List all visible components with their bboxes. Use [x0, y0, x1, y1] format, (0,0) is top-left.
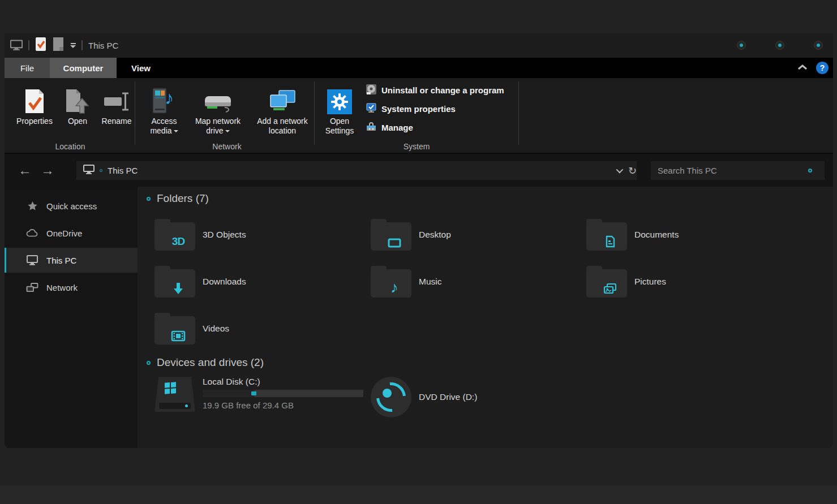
folder-icon — [586, 222, 627, 251]
address-dropdown-icon[interactable] — [616, 166, 623, 174]
access-media-button[interactable]: ♪ Access media — [141, 83, 187, 137]
properties-button[interactable]: Properties — [9, 83, 60, 127]
system-properties-button[interactable]: System properties — [362, 101, 508, 117]
breadcrumb[interactable]: This PC — [108, 166, 138, 175]
dropdown-caret-icon — [174, 130, 178, 132]
navigation-pane: Quick access OneDrive This PC — [5, 187, 138, 448]
refresh-icon[interactable]: ↻ — [628, 165, 637, 177]
sidebar-item-label: OneDrive — [46, 229, 82, 238]
uninstall-disc-icon — [366, 84, 377, 97]
sidebar-item-label: Quick access — [46, 201, 97, 211]
open-settings-button[interactable]: Open Settings — [319, 83, 360, 137]
settings-gear-icon — [327, 84, 352, 114]
folder-tile-pictures[interactable]: Pictures — [586, 265, 666, 298]
drive-tile-dvd-d[interactable]: DVD Drive (D:) — [371, 376, 477, 419]
section-collapse-icon[interactable] — [147, 361, 151, 365]
sidebar-item-this-pc[interactable]: This PC — [5, 248, 138, 273]
divider — [81, 40, 83, 50]
folder-tile-3d-objects[interactable]: 3D 3D Objects — [154, 218, 246, 251]
disk-usage-fill — [203, 390, 254, 397]
devices-section-header[interactable]: Devices and drives (2) — [147, 356, 264, 369]
main-area: Quick access OneDrive This PC — [5, 187, 833, 448]
ribbon: Properties Open Rename — [5, 78, 833, 154]
music-note-glyph: ♪ — [377, 280, 411, 295]
rename-button[interactable]: Rename — [95, 83, 138, 127]
maximize-button[interactable] — [775, 41, 784, 50]
folders-section-header[interactable]: Folders (7) — [147, 192, 209, 205]
drive-free-space: 19.9 GB free of 29.4 GB — [203, 400, 363, 410]
sidebar-item-onedrive[interactable]: OneDrive — [5, 221, 138, 245]
disk-usage-marker — [251, 391, 256, 395]
windows-logo-icon — [165, 382, 176, 394]
monitor-icon — [26, 255, 38, 265]
tab-file[interactable]: File — [5, 58, 50, 78]
manage-button[interactable]: Manage — [362, 120, 508, 135]
file-list-pane: Folders (7) 3D 3D Objects Desktop Docume… — [138, 187, 833, 448]
sidebar-item-label: This PC — [46, 256, 76, 265]
folder-tile-music[interactable]: ♪ Music — [371, 265, 441, 298]
ribbon-group-network: ♪ Access media Map network drive — [139, 78, 315, 153]
qat-customize-dropdown[interactable] — [70, 43, 76, 48]
search-box[interactable] — [651, 161, 825, 180]
folder-icon: ♪ — [371, 269, 411, 298]
desktop-glyph — [377, 238, 411, 248]
folder-tile-desktop[interactable]: Desktop — [371, 218, 451, 251]
forward-button[interactable]: → — [41, 154, 54, 187]
open-file-icon — [65, 84, 90, 114]
folder-icon — [371, 222, 411, 251]
open-button[interactable]: Open — [60, 83, 95, 127]
group-divider — [518, 81, 519, 145]
network-location-icon — [268, 84, 297, 114]
add-network-location-button[interactable]: Add a network location — [249, 83, 316, 137]
breadcrumb-chevron-icon[interactable] — [100, 169, 102, 172]
dot-icon — [817, 44, 820, 47]
properties-check-icon — [24, 84, 45, 114]
uninstall-program-button[interactable]: Uninstall or change a program — [362, 83, 508, 98]
minimize-button[interactable] — [737, 41, 746, 50]
section-heading: Folders (7) — [157, 192, 209, 205]
folder-icon: 3D — [154, 222, 195, 251]
folder-tile-documents[interactable]: Documents — [586, 218, 679, 251]
download-arrow-glyph — [161, 282, 195, 295]
ribbon-group-system: Open Settings Uninstall or change a prog… — [315, 78, 518, 153]
navigation-bar: ← → This PC ↻ — [5, 154, 833, 187]
pictures-glyph — [593, 283, 627, 295]
section-collapse-icon[interactable] — [147, 197, 151, 201]
hard-drive-icon — [154, 377, 195, 412]
collapse-ribbon-chevron-icon[interactable] — [797, 63, 808, 73]
folder-tile-downloads[interactable]: Downloads — [154, 265, 246, 298]
title-bar[interactable]: This PC — [5, 33, 833, 58]
desktop-background: This PC File Computer View ? — [0, 0, 837, 504]
search-input[interactable] — [651, 166, 808, 175]
address-bar[interactable]: This PC — [76, 161, 637, 180]
network-drive-icon — [203, 84, 233, 114]
qat-properties-button[interactable] — [35, 37, 46, 54]
sidebar-item-quick-access[interactable]: Quick access — [5, 193, 138, 218]
drive-tile-local-disk-c[interactable]: Local Disk (C:) 19.9 GB free of 29.4 GB — [154, 377, 363, 420]
drive-name: Local Disk (C:) — [203, 377, 363, 387]
disk-usage-bar — [203, 390, 363, 397]
window-title: This PC — [88, 41, 118, 50]
desktop-band — [0, 454, 837, 485]
film-glyph — [161, 330, 195, 342]
3d-glyph: 3D — [161, 235, 195, 248]
sidebar-item-network[interactable]: Network — [5, 275, 138, 300]
folder-tile-videos[interactable]: Videos — [154, 312, 229, 345]
map-network-drive-button[interactable]: Map network drive — [187, 83, 249, 137]
qat-folder-icon[interactable] — [52, 37, 65, 54]
ribbon-group-label: Network — [139, 142, 315, 151]
close-button[interactable] — [814, 41, 823, 50]
ribbon-group-location: Properties Open Rename — [6, 78, 135, 153]
tab-view[interactable]: View — [117, 58, 165, 78]
search-icon[interactable] — [808, 169, 812, 173]
help-button[interactable]: ? — [816, 62, 829, 74]
media-server-icon: ♪ — [151, 84, 177, 114]
sidebar-item-label: Network — [46, 283, 78, 292]
tab-computer[interactable]: Computer — [50, 58, 117, 78]
dvd-disc-icon — [371, 377, 411, 417]
folder-icon — [586, 269, 627, 298]
ribbon-group-label: Location — [6, 142, 135, 151]
computer-icon — [10, 39, 23, 51]
back-button[interactable]: ← — [18, 154, 32, 187]
ribbon-group-label: System — [315, 142, 518, 151]
